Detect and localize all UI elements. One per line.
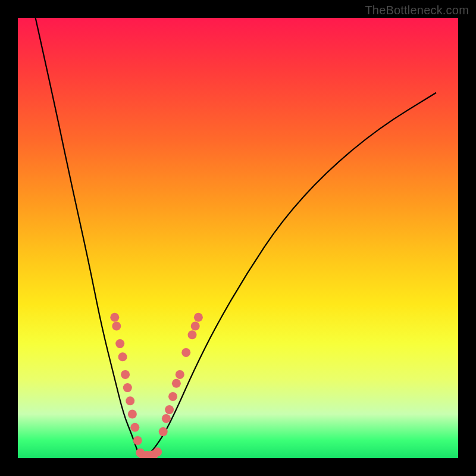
- data-marker: [172, 379, 181, 388]
- data-marker: [181, 348, 190, 357]
- data-marker: [110, 313, 119, 322]
- data-marker: [153, 447, 162, 456]
- chart-svg: [18, 18, 458, 458]
- chart-frame: TheBottleneck.com: [0, 0, 476, 476]
- data-marker: [123, 383, 132, 392]
- watermark-text: TheBottleneck.com: [365, 4, 469, 17]
- data-marker: [176, 370, 184, 379]
- data-marker: [126, 396, 134, 405]
- data-marker: [118, 352, 127, 361]
- data-marker: [159, 427, 168, 436]
- data-marker: [165, 405, 174, 414]
- data-marker: [121, 370, 130, 379]
- bottleneck-curve: [36, 18, 436, 458]
- curve-path: [36, 18, 436, 458]
- data-marker: [128, 410, 137, 419]
- data-marker: [133, 436, 142, 445]
- data-marker: [115, 339, 124, 348]
- data-marker: [188, 330, 197, 339]
- data-marker: [168, 392, 177, 401]
- data-marker: [130, 423, 139, 432]
- marker-layer: [110, 313, 203, 458]
- data-marker: [162, 414, 171, 423]
- plot-area: [18, 18, 458, 458]
- data-marker: [194, 313, 203, 322]
- data-marker: [191, 322, 200, 331]
- data-marker: [112, 322, 121, 331]
